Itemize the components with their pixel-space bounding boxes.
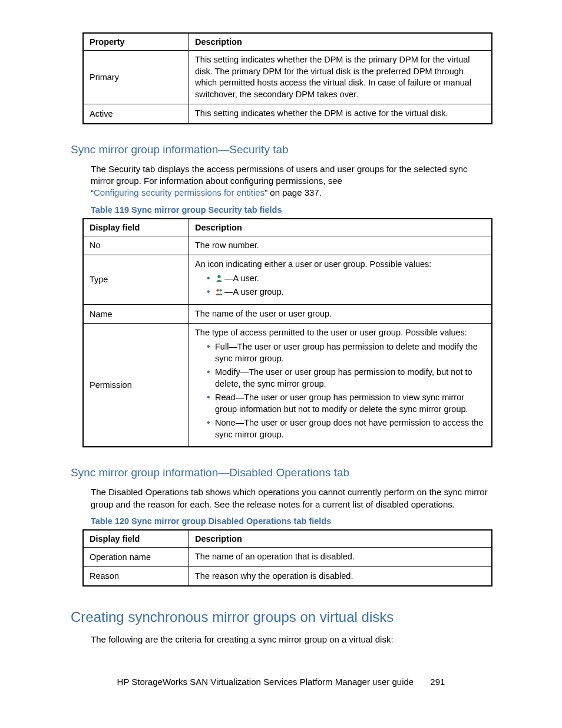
table-120: Display field Description Operation name…	[82, 529, 492, 587]
cell-description: The name of an operation that is disable…	[189, 547, 492, 566]
link-tail: on page 337.	[267, 187, 322, 197]
col-header-property: Property	[83, 33, 189, 51]
col-header-display-field: Display field	[83, 219, 189, 236]
cell-description: The row number.	[189, 236, 492, 255]
paragraph-disabled-ops: The Disabled Operations tab shows which …	[91, 486, 492, 510]
svg-point-1	[216, 289, 219, 292]
table-header-row: Display field Description	[83, 219, 492, 236]
permission-read: Read—The user or user group has permissi…	[207, 392, 485, 415]
table-caption-119: Table 119 Sync mirror group Security tab…	[91, 205, 492, 215]
type-user-text: —A user.	[224, 274, 259, 283]
svg-point-2	[219, 289, 222, 292]
permission-none: None—The user or user group does not hav…	[207, 417, 485, 440]
type-group-text: —A user group.	[224, 287, 284, 297]
cell-property: Primary	[83, 51, 189, 104]
cell-description: This setting indicates whether the DPM i…	[189, 51, 492, 104]
cell-description: The reason why the operation is disabled…	[189, 566, 492, 586]
type-value-group: —A user group.	[207, 286, 485, 298]
heading-disabled-ops-tab: Sync mirror group information—Disabled O…	[71, 466, 492, 479]
cell-field: No	[83, 236, 189, 255]
cell-field: Permission	[83, 324, 189, 447]
page-number: 291	[430, 677, 445, 687]
table-118: Property Description Primary This settin…	[82, 32, 492, 124]
page-footer: HP StorageWorks SAN Virtualization Servi…	[0, 677, 562, 687]
document-page: Property Description Primary This settin…	[0, 0, 562, 728]
col-header-description: Description	[189, 219, 492, 236]
cell-description: The name of the user or user group.	[189, 304, 492, 324]
col-header-display-field: Display field	[83, 530, 189, 548]
text-line: The Security tab displays the access per…	[91, 164, 467, 186]
table-row: Primary This setting indicates whether t…	[83, 51, 492, 104]
table-header-row: Property Description	[83, 33, 492, 51]
link-configure-permissions[interactable]: Configuring security permissions for ent…	[94, 187, 265, 197]
table-row: Active This setting indicates whether th…	[83, 104, 492, 124]
table-row: Reason The reason why the operation is d…	[83, 566, 492, 586]
user-icon	[215, 274, 223, 282]
heading-creating-sync-mirror: Creating synchronous mirror groups on vi…	[71, 609, 492, 625]
cell-description: This setting indicates whether the DPM i…	[189, 104, 492, 124]
permission-modify: Modify—The user or user group has permis…	[207, 367, 485, 390]
cell-description: The type of access permitted to the user…	[189, 324, 492, 447]
permission-intro: The type of access permitted to the user…	[195, 328, 467, 337]
svg-point-0	[217, 275, 220, 278]
permission-full: Full—The user or user group has permissi…	[207, 341, 485, 364]
table-row: Operation name The name of an operation …	[83, 547, 492, 566]
table-header-row: Display field Description	[83, 530, 492, 548]
user-group-icon	[215, 288, 223, 296]
permission-value-list: Full—The user or user group has permissi…	[195, 341, 485, 441]
cell-field: Type	[83, 255, 189, 305]
table-caption-120: Table 120 Sync mirror group Disabled Ope…	[91, 516, 492, 526]
table-row: Permission The type of access permitted …	[83, 324, 492, 447]
table-119: Display field Description No The row num…	[82, 218, 492, 448]
cell-description: An icon indicating either a user or user…	[189, 255, 492, 305]
type-intro: An icon indicating either a user or user…	[195, 259, 431, 269]
paragraph-security: The Security tab displays the access per…	[91, 163, 492, 199]
col-header-description: Description	[189, 530, 492, 548]
type-value-user: —A user.	[207, 273, 485, 285]
paragraph-creating: The following are the criteria for creat…	[91, 634, 492, 645]
heading-security-tab: Sync mirror group information—Security t…	[71, 143, 492, 156]
cell-property: Active	[83, 104, 189, 124]
table-row: Type An icon indicating either a user or…	[83, 255, 492, 305]
cell-field: Operation name	[83, 547, 189, 566]
type-value-list: —A user. —A user group.	[195, 273, 485, 298]
table-row: Name The name of the user or user group.	[83, 304, 492, 324]
col-header-description: Description	[189, 33, 492, 51]
table-row: No The row number.	[83, 236, 492, 255]
footer-title: HP StorageWorks SAN Virtualization Servi…	[117, 677, 414, 687]
cell-field: Name	[83, 304, 189, 324]
cell-field: Reason	[83, 566, 189, 586]
